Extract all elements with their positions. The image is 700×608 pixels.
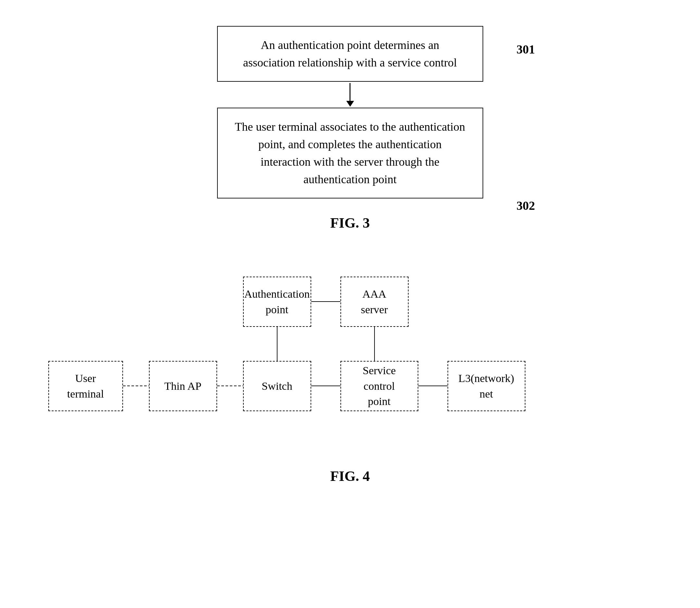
user-terminal-label: Userterminal <box>67 370 104 401</box>
service-control-box: Servicecontrolpoint <box>340 361 418 411</box>
user-terminal-box: Userterminal <box>48 361 123 411</box>
step2-text: The user terminal associates to the auth… <box>235 120 465 186</box>
aaa-server-label: AAAserver <box>361 286 388 317</box>
l3-net-box: L3(network)net <box>447 361 526 411</box>
step-label-302: 302 <box>517 198 535 213</box>
thin-ap-box: Thin AP <box>149 361 217 411</box>
aaa-server-box: AAAserver <box>340 277 409 327</box>
arrow-line <box>350 83 350 101</box>
page: An authentication point determines an as… <box>0 0 700 608</box>
arrow-head <box>346 101 354 107</box>
step1-text: An authentication point determines an as… <box>243 39 457 69</box>
switch-label: Switch <box>262 378 292 394</box>
auth-point-label: Authenticationpoint <box>244 286 310 317</box>
thin-ap-label: Thin AP <box>164 378 201 394</box>
flow-box-2: The user terminal associates to the auth… <box>217 108 483 198</box>
step-label-301: 301 <box>517 42 535 56</box>
switch-box: Switch <box>243 361 311 411</box>
fig4-section: Userterminal Thin AP Switch Authenticati… <box>0 231 700 484</box>
fig3-section: An authentication point determines an as… <box>0 0 700 231</box>
fig3-caption: FIG. 3 <box>330 215 370 231</box>
flow-arrow <box>346 82 354 108</box>
flowchart: An authentication point determines an as… <box>217 26 483 198</box>
fig4-caption: FIG. 4 <box>330 468 370 484</box>
auth-point-box: Authenticationpoint <box>243 277 311 327</box>
network-diagram: Userterminal Thin AP Switch Authenticati… <box>42 257 659 452</box>
service-control-label: Servicecontrolpoint <box>363 363 396 409</box>
l3-net-label: L3(network)net <box>459 370 514 401</box>
flow-box-1: An authentication point determines an as… <box>217 26 483 82</box>
